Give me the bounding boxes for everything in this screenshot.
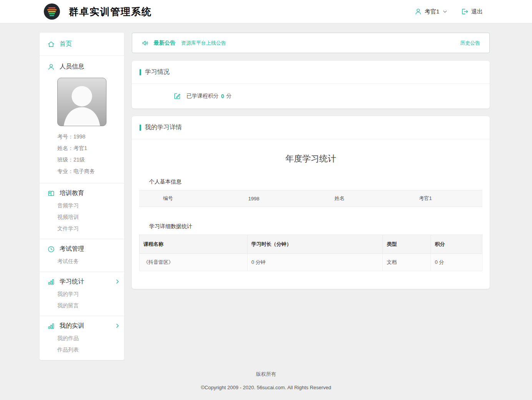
profile-name: 姓名：考官1 (57, 142, 124, 154)
header-type: 类型 (383, 235, 431, 254)
profile-class: 班级：21级 (57, 154, 124, 165)
user-icon (414, 8, 422, 15)
group-items: 我的作品 作品列表 (57, 332, 124, 355)
person-info-label: 人员信息 (60, 63, 84, 71)
basic-info-row: 编号 1998 姓名 考官1 (139, 190, 482, 207)
sidebar: 首页 人员信息 考号：1998 姓名：考官1 班级：21级 专业：电子商务 (40, 33, 124, 360)
study-detail-header: 我的学习详情 (132, 116, 490, 139)
page-title: 群卓实训管理系统 (69, 5, 152, 18)
study-status-card: 学习情况 已学课程积分 0 分 (132, 61, 490, 108)
content: 首页 人员信息 考号：1998 姓名：考官1 班级：21级 专业：电子商务 (0, 23, 532, 365)
clock-icon (47, 245, 55, 253)
sidebar-group-exam-management: 考试管理 考试任务 (40, 239, 124, 272)
sidebar-person-block: 人员信息 考号：1998 姓名：考官1 班级：21级 专业：电子商务 (40, 56, 124, 183)
table-header-row: 课程名称 学习时长（分钟） 类型 积分 (140, 235, 482, 254)
group-label: 考试管理 (60, 245, 84, 253)
user-menu[interactable]: 考官1 (414, 8, 447, 15)
cell-score: 0 分 (431, 254, 482, 271)
sidebar-item-home[interactable]: 首页 (40, 33, 124, 56)
user-name: 考官1 (425, 8, 439, 15)
group-label: 培训教育 (60, 189, 84, 197)
group-label: 我的实训 (60, 322, 84, 330)
sidebar-item-video-training[interactable]: 视频培训 (57, 211, 124, 223)
study-detail-table: 课程名称 学习时长（分钟） 类型 积分 《抖音雷区》 0 分钟 文档 0 分 (139, 235, 482, 271)
study-detail-body: 年度学习统计 个人基本信息 编号 1998 姓名 考官1 学习详细数据统计 课程… (132, 139, 490, 289)
basic-name-label: 姓名 (311, 195, 369, 202)
table-row: 《抖音雷区》 0 分钟 文档 0 分 (140, 254, 482, 271)
book-icon (47, 190, 55, 197)
cell-type: 文档 (383, 254, 431, 271)
annual-stats-title: 年度学习统计 (139, 153, 482, 165)
main: 最新公告 资源库平台上线公告 历史公告 学习情况 已学课程积分 0 分 我的学习… (132, 33, 490, 289)
logout-button[interactable]: 退出 (461, 8, 483, 15)
avatar (57, 78, 106, 126)
basic-info-label: 个人基本信息 (149, 178, 482, 185)
sidebar-item-exam-task[interactable]: 考试任务 (57, 255, 124, 267)
basic-id-label: 编号 (139, 195, 197, 202)
chevron-right-icon (116, 323, 119, 328)
copyright-line1: 版权所有 (0, 371, 532, 378)
announcement-bar: 最新公告 资源库平台上线公告 历史公告 (132, 33, 490, 53)
sidebar-item-my-training[interactable]: 我的实训 (40, 322, 124, 330)
sidebar-item-exam-management[interactable]: 考试管理 (40, 245, 124, 253)
header-score: 积分 (431, 235, 482, 254)
app-logo-icon (43, 3, 60, 20)
profile-list: 考号：1998 姓名：考官1 班级：21级 专业：电子商务 (57, 131, 124, 177)
footer: 版权所有 ©Copyright 2009 - 2020. 56sucai.com… (0, 365, 532, 390)
cell-course-name: 《抖音雷区》 (140, 254, 248, 271)
logout-icon (461, 8, 469, 15)
credit-unit: 分 (226, 93, 232, 100)
detail-stats-label: 学习详细数据统计 (149, 223, 482, 230)
accent-bar (140, 125, 141, 131)
credit-value: 0 (221, 93, 224, 99)
sidebar-item-works-list[interactable]: 作品列表 (57, 344, 124, 355)
chevron-right-icon (116, 279, 119, 284)
topbar-right: 考官1 退出 (414, 8, 483, 15)
speaker-icon (141, 39, 149, 47)
basic-name-value: 考官1 (369, 195, 483, 202)
profile-exam-no: 考号：1998 (57, 131, 124, 142)
sidebar-item-file-study[interactable]: 文件学习 (57, 223, 124, 234)
group-items: 我的学习 我的留言 (57, 288, 124, 311)
sidebar-group-my-training: 我的实训 我的作品 作品列表 (40, 316, 124, 360)
sidebar-group-study-stats: 学习统计 我的学习 我的留言 (40, 272, 124, 316)
sidebar-item-training-education[interactable]: 培训教育 (40, 189, 124, 197)
study-detail-title: 我的学习详情 (145, 123, 182, 132)
sidebar-item-study-stats[interactable]: 学习统计 (40, 278, 124, 286)
group-label: 学习统计 (60, 278, 84, 286)
sidebar-item-audio-study[interactable]: 音频学习 (57, 200, 124, 211)
chevron-down-icon (443, 10, 447, 13)
announcement-link[interactable]: 资源库平台上线公告 (181, 40, 226, 47)
accent-bar (140, 69, 141, 75)
sidebar-home-label: 首页 (60, 40, 72, 48)
sidebar-group-training-education: 培训教育 音频学习 视频培训 文件学习 (40, 183, 124, 239)
group-items: 音频学习 视频培训 文件学习 (57, 200, 124, 234)
latest-announcement-label: 最新公告 (154, 40, 175, 47)
basic-id-value: 1998 (197, 196, 311, 202)
edit-icon (173, 92, 181, 100)
brand: 群卓实训管理系统 (43, 3, 152, 20)
cell-study-duration: 0 分钟 (247, 254, 382, 271)
sidebar-item-person-info[interactable]: 人员信息 (40, 63, 124, 71)
sidebar-item-my-study[interactable]: 我的学习 (57, 288, 124, 300)
sidebar-item-my-works[interactable]: 我的作品 (57, 332, 124, 344)
profile-major: 专业：电子商务 (57, 165, 124, 177)
person-icon (47, 63, 55, 71)
header-course-name: 课程名称 (140, 235, 248, 254)
history-announcements-link[interactable]: 历史公告 (460, 40, 480, 47)
study-status-header: 学习情况 (132, 61, 490, 84)
topbar: 群卓实训管理系统 考官1 退出 (0, 0, 532, 23)
study-detail-card: 我的学习详情 年度学习统计 个人基本信息 编号 1998 姓名 考官1 学习详细… (132, 116, 490, 289)
credit-label: 已学课程积分 (186, 93, 219, 100)
sidebar-item-my-messages[interactable]: 我的留言 (57, 300, 124, 311)
header-study-duration: 学习时长（分钟） (247, 235, 382, 254)
copyright-line2: ©Copyright 2009 - 2020. 56sucai.com. All… (0, 385, 532, 390)
study-status-title: 学习情况 (145, 68, 170, 76)
logout-label: 退出 (471, 8, 483, 15)
credit-row: 已学课程积分 0 分 (132, 84, 490, 108)
group-items: 考试任务 (57, 255, 124, 267)
bar-chart-icon (47, 322, 55, 330)
home-icon (47, 40, 55, 48)
bar-chart-icon (47, 278, 55, 286)
